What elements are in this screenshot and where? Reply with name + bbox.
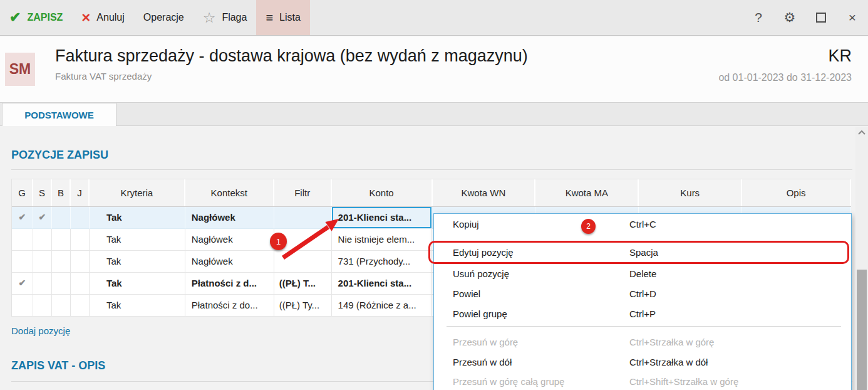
grid-cell-j[interactable] xyxy=(71,273,90,295)
grid-cell-filtr[interactable] xyxy=(274,229,332,251)
grid-cell-b[interactable] xyxy=(52,251,71,273)
grid-column-header-kwotama[interactable]: Kwota MA xyxy=(535,179,639,206)
maximize-icon xyxy=(816,13,826,23)
grid-cell-kontekst[interactable]: Płatności z d... xyxy=(185,273,274,295)
tab-bar: PODSTAWOWE xyxy=(0,103,868,126)
grid-column-header-kurs[interactable]: Kurs xyxy=(639,179,742,206)
menu-item-powiel-grupę[interactable]: Powiel grupęCtrl+P xyxy=(434,304,851,324)
ledger-code: KR xyxy=(828,46,852,66)
grid-cell-kontekst[interactable]: Płatności z do... xyxy=(185,295,274,317)
close-button[interactable]: × xyxy=(837,0,868,35)
grid-cell-j[interactable] xyxy=(71,229,90,251)
grid-cell-s[interactable] xyxy=(33,273,52,295)
add-position-link[interactable]: Dodaj pozycję xyxy=(11,325,70,336)
grid-column-header-s[interactable]: S xyxy=(33,179,52,206)
grid-cell-b[interactable] xyxy=(52,229,71,251)
grid-cell-b[interactable] xyxy=(52,295,71,317)
grid-cell-konto[interactable]: 149 (Różnice z a... xyxy=(332,295,433,317)
grid-column-header-g[interactable]: G xyxy=(12,179,33,206)
grid-cell-g[interactable] xyxy=(12,295,33,317)
grid-cell-g[interactable]: ✔ xyxy=(12,207,33,229)
grid-cell-kontekst[interactable]: Nagłówek xyxy=(185,251,274,273)
flag-button[interactable]: ☆ Flaga xyxy=(194,0,257,35)
grid-header-row: GSBJKryteriaKontekstFiltrKontoKwota WNKw… xyxy=(12,179,851,207)
maximize-button[interactable] xyxy=(805,0,837,35)
menu-item-label: Kopiuj xyxy=(453,214,479,235)
grid-column-header-kontekst[interactable]: Kontekst xyxy=(185,179,274,206)
operations-button[interactable]: Operacje xyxy=(134,0,194,35)
cancel-button[interactable]: × Anuluj xyxy=(72,0,134,35)
grid-cell-s[interactable] xyxy=(33,251,52,273)
app-window: ✔ ZAPISZ × Anuluj Operacje ☆ Flaga ≡ Lis… xyxy=(0,0,868,390)
grid-column-header-filtr[interactable]: Filtr xyxy=(274,179,332,206)
save-button-label: ZAPISZ xyxy=(27,12,63,23)
menu-item-przesuń-w-górę: Przesuń w góręCtrl+Strzałka w górę xyxy=(434,332,851,352)
grid-cell-konto[interactable]: 201-Klienci sta... xyxy=(332,207,433,229)
list-icon: ≡ xyxy=(266,11,273,24)
grid-column-header-konto[interactable]: Konto xyxy=(332,179,433,206)
grid-cell-kryteria[interactable]: Tak xyxy=(90,251,185,273)
grid-column-header-opis[interactable]: Opis xyxy=(742,179,851,206)
grid-cell-s[interactable]: ✔ xyxy=(33,207,52,229)
grid-cell-g[interactable] xyxy=(12,251,33,273)
grid-column-header-kryteria[interactable]: Kryteria xyxy=(90,179,185,206)
menu-item-shortcut: Delete xyxy=(629,264,656,284)
grid-cell-g[interactable] xyxy=(12,229,33,251)
grid-cell-s[interactable] xyxy=(33,295,52,317)
grid-cell-konto[interactable]: 731 (Przychody... xyxy=(332,251,433,273)
menu-item-przesuń-w-górę-całą-grupę: Przesuń w górę całą grupęCtrl+Shift+Strz… xyxy=(434,372,851,390)
tab-podstawowe[interactable]: PODSTAWOWE xyxy=(2,103,116,126)
grid-column-header-j[interactable]: J xyxy=(71,179,90,206)
operations-button-label: Operacje xyxy=(143,12,184,23)
menu-item-shortcut: Spacja xyxy=(629,243,658,263)
menu-item-shortcut: Ctrl+Shift+Strzałka w górę xyxy=(629,372,738,390)
list-button[interactable]: ≡ Lista xyxy=(256,0,309,35)
grid-cell-filtr[interactable] xyxy=(274,207,332,229)
menu-item-shortcut: Ctrl+Strzałka w górę xyxy=(629,332,714,352)
menu-item-label: Przesuń w górę całą grupę xyxy=(453,372,564,390)
menu-separator xyxy=(447,326,841,327)
document-header: SM Faktura sprzedaży - dostawa krajowa (… xyxy=(0,36,868,103)
menu-item-label: Usuń pozycję xyxy=(453,264,509,284)
list-button-label: Lista xyxy=(279,12,301,23)
grid-cell-filtr[interactable]: ((PŁ) T... xyxy=(274,273,332,295)
section-title-positions: POZYCJE ZAPISU xyxy=(11,149,108,162)
grid-cell-kontekst[interactable]: Nagłówek xyxy=(185,207,274,229)
grid-cell-g[interactable]: ✔ xyxy=(12,273,33,295)
x-icon: × xyxy=(81,10,90,25)
scroll-up-icon[interactable] xyxy=(857,128,867,138)
settings-button[interactable]: ⚙ xyxy=(774,0,805,35)
grid-cell-j[interactable] xyxy=(71,251,90,273)
grid-cell-kryteria[interactable]: Tak xyxy=(90,273,185,295)
grid-cell-b[interactable] xyxy=(52,273,71,295)
grid-column-header-b[interactable]: B xyxy=(52,179,71,206)
grid-cell-kryteria[interactable]: Tak xyxy=(90,295,185,317)
grid-cell-kontekst[interactable]: Nagłówek xyxy=(185,229,274,251)
grid-cell-b[interactable] xyxy=(52,207,71,229)
help-button[interactable]: ? xyxy=(743,0,774,35)
grid-column-header-kwotawn[interactable]: Kwota WN xyxy=(433,179,536,206)
scrollbar-thumb[interactable] xyxy=(857,270,867,390)
menu-item-shortcut: Ctrl+Strzałka w dół xyxy=(629,352,708,372)
cancel-button-label: Anuluj xyxy=(96,12,124,23)
grid-cell-filtr[interactable]: ((PŁ) Ty... xyxy=(274,295,332,317)
grid-cell-j[interactable] xyxy=(71,207,90,229)
grid-cell-kryteria[interactable]: Tak xyxy=(90,207,185,229)
grid-cell-kryteria[interactable]: Tak xyxy=(90,229,185,251)
menu-item-label: Powiel xyxy=(453,284,480,304)
menu-item-kopiuj[interactable]: KopiujCtrl+C xyxy=(434,214,851,235)
grid-cell-s[interactable] xyxy=(33,229,52,251)
menu-item-powiel[interactable]: PowielCtrl+D xyxy=(434,284,851,304)
menu-item-usuń-pozycję[interactable]: Usuń pozycjęDelete xyxy=(434,264,851,284)
grid-cell-j[interactable] xyxy=(71,295,90,317)
save-button[interactable]: ✔ ZAPISZ xyxy=(0,0,72,35)
grid-cell-konto[interactable]: 201-Klienci sta... xyxy=(332,273,433,295)
menu-item-przesuń-w-dół[interactable]: Przesuń w dółCtrl+Strzałka w dół xyxy=(434,352,851,372)
grid-cell-filtr[interactable] xyxy=(274,251,332,273)
flag-button-label: Flaga xyxy=(222,12,247,23)
context-menu: KopiujCtrl+CEdytuj pozycjęSpacjaUsuń poz… xyxy=(433,213,852,390)
section-title-vat: ZAPIS VAT - OPIS xyxy=(11,359,105,372)
grid-cell-konto[interactable]: Nie istnieje elem... xyxy=(332,229,433,251)
menu-item-label: Powiel grupę xyxy=(453,304,507,324)
menu-item-edytuj-pozycję[interactable]: Edytuj pozycjęSpacja xyxy=(434,243,851,263)
